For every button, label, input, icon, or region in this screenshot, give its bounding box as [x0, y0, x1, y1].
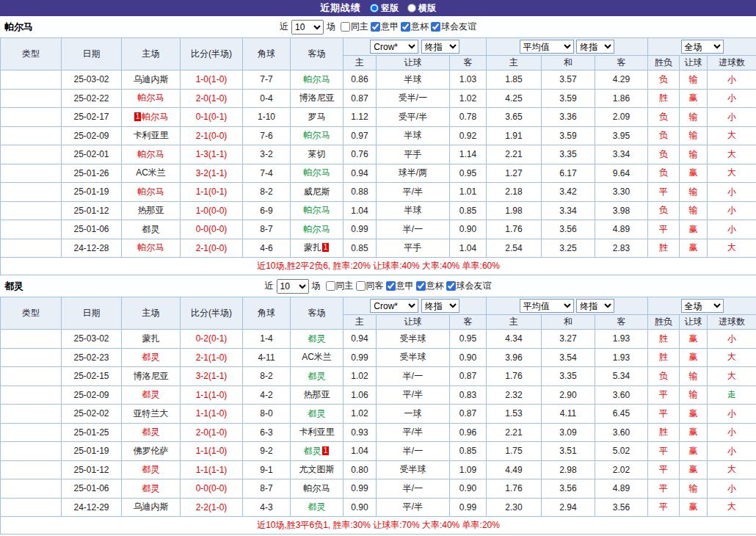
filter-option[interactable]: 意杯 — [401, 21, 429, 33]
bookmaker-odds-time-select[interactable]: 终指 — [421, 299, 459, 313]
team-name[interactable]: 蒙扎 — [304, 242, 321, 253]
average-select[interactable]: 平均值 — [520, 299, 574, 313]
scope-select[interactable]: 全场 — [681, 40, 724, 54]
league-cell[interactable]: 意甲 — [1, 405, 62, 424]
filter-checkbox[interactable] — [446, 281, 456, 291]
team-name[interactable]: 博洛尼亚 — [299, 93, 335, 103]
filter-checkbox[interactable] — [431, 22, 440, 32]
score-cell[interactable]: 2-1(1-0) — [181, 348, 243, 367]
score-cell[interactable]: 1-1(1-0) — [181, 385, 243, 405]
average-odds-time-select[interactable]: 终指 — [576, 40, 614, 54]
team-name[interactable]: 帕尔马 — [304, 167, 330, 178]
league-cell[interactable]: 意甲 — [1, 89, 62, 108]
league-cell[interactable]: 意甲 — [1, 442, 62, 461]
score-cell[interactable]: 2-2(1-0) — [181, 498, 243, 517]
average-select[interactable]: 平均值 — [520, 40, 574, 54]
team-name[interactable]: 卡利亚里 — [134, 130, 169, 140]
score-cell[interactable]: 3-2(1-1) — [181, 164, 243, 183]
filter-option[interactable]: 意甲 — [371, 21, 399, 33]
score-cell[interactable]: 1-1(1-1) — [181, 460, 243, 479]
team-name[interactable]: 乌迪内斯 — [134, 501, 169, 512]
average-odds-time-select[interactable]: 终指 — [576, 299, 614, 313]
score-cell[interactable]: 1-3(1-1) — [181, 145, 243, 164]
filter-option[interactable]: 同主 — [341, 21, 368, 33]
team-name[interactable]: 热那亚 — [304, 389, 330, 399]
team-name[interactable]: 都灵 — [308, 408, 326, 419]
filter-checkbox[interactable] — [356, 281, 366, 291]
team-name[interactable]: 热那亚 — [138, 205, 164, 215]
league-cell[interactable]: 意甲 — [1, 348, 62, 367]
layout-option-horizontal[interactable]: 横版 — [407, 2, 436, 15]
team-name[interactable]: 威尼斯 — [304, 186, 330, 197]
team-name[interactable]: 博洛尼亚 — [134, 371, 169, 381]
filter-option[interactable]: 球会友谊 — [431, 21, 476, 33]
league-cell[interactable]: 意甲 — [1, 479, 62, 499]
team-name[interactable]: 帕尔马 — [138, 149, 164, 159]
league-cell[interactable]: 意甲 — [1, 423, 62, 442]
league-cell[interactable]: 意甲 — [1, 367, 62, 386]
score-cell[interactable]: 2-1(0-0) — [181, 239, 243, 258]
team-name[interactable]: 都灵 — [142, 427, 160, 437]
team-name[interactable]: 尤文图斯 — [299, 464, 335, 474]
league-cell[interactable]: 意甲 — [1, 460, 62, 479]
filter-option[interactable]: 意甲 — [386, 280, 414, 292]
team-name[interactable]: 帕尔马 — [304, 205, 330, 215]
score-cell[interactable]: 3-2(1-1) — [181, 367, 243, 386]
score-cell[interactable]: 2-1(0-0) — [181, 126, 243, 145]
team-name[interactable]: 帕尔马 — [304, 224, 330, 234]
filter-option[interactable]: 意杯 — [416, 280, 444, 292]
league-cell[interactable]: 意甲 — [1, 330, 62, 349]
team-name[interactable]: 帕尔马 — [142, 112, 168, 122]
score-cell[interactable]: 1-1(1-0) — [181, 442, 243, 461]
bookmaker-odds-time-select[interactable]: 终指 — [421, 40, 459, 54]
league-cell[interactable]: 意甲 — [1, 220, 62, 239]
team-name[interactable]: 都灵 — [308, 333, 326, 344]
team-name[interactable]: 都灵 — [308, 501, 326, 512]
team-name[interactable]: 帕尔马 — [138, 93, 164, 103]
team-name[interactable]: 罗马 — [308, 112, 326, 122]
filter-checkbox[interactable] — [416, 281, 426, 291]
score-cell[interactable]: 0-1(0-1) — [181, 108, 243, 127]
league-cell[interactable]: 意甲 — [1, 164, 62, 183]
score-cell[interactable]: 2-0(1-0) — [181, 89, 243, 108]
vertical-layout-radio[interactable] — [370, 4, 379, 12]
score-cell[interactable]: 0-0(0-0) — [181, 479, 243, 499]
filter-checkbox[interactable] — [401, 22, 410, 32]
team-name[interactable]: 都灵 — [142, 483, 160, 493]
league-cell[interactable]: 意甲 — [1, 201, 62, 220]
team-name[interactable]: 帕尔马 — [138, 242, 164, 253]
team-name[interactable]: 佛罗伦萨 — [134, 446, 169, 456]
league-cell[interactable]: 意甲 — [1, 108, 62, 127]
filter-checkbox[interactable] — [326, 281, 335, 291]
score-cell[interactable]: 0-0(0-0) — [181, 220, 243, 239]
team-name[interactable]: 帕尔马 — [304, 130, 330, 140]
team-name[interactable]: 帕尔马 — [304, 483, 330, 493]
filter-checkbox[interactable] — [371, 22, 380, 32]
team-name[interactable]: 都灵 — [142, 352, 160, 362]
layout-option-vertical[interactable]: 竖版 — [370, 2, 399, 15]
team-name[interactable]: 莱切 — [308, 149, 326, 159]
score-cell[interactable]: 0-2(0-1) — [181, 330, 243, 349]
team-name[interactable]: 乌迪内斯 — [134, 74, 169, 84]
bookmaker-select[interactable]: Crow* — [370, 40, 418, 54]
score-cell[interactable]: 1-0(0-0) — [181, 201, 243, 220]
team-name[interactable]: 帕尔马 — [304, 74, 330, 84]
league-cell[interactable]: 意甲 — [1, 385, 62, 405]
team-name[interactable]: 都灵 — [142, 464, 160, 474]
filter-checkbox[interactable] — [341, 22, 350, 32]
team-name[interactable]: 都灵 — [142, 389, 160, 399]
league-cell[interactable]: 意甲 — [1, 239, 62, 258]
league-cell[interactable]: 意甲 — [1, 145, 62, 164]
team-name[interactable]: 都灵 — [308, 371, 326, 381]
bookmaker-select[interactable]: Crow* — [370, 299, 418, 313]
filter-option[interactable]: 同客 — [356, 280, 384, 292]
team-name[interactable]: 蒙扎 — [142, 333, 160, 344]
team-name[interactable]: AC米兰 — [302, 352, 332, 362]
score-cell[interactable]: 1-1(0-1) — [181, 183, 243, 202]
score-cell[interactable]: 1-1(1-0) — [181, 405, 243, 424]
filter-checkbox[interactable] — [386, 281, 396, 291]
league-cell[interactable]: 意甲 — [1, 126, 62, 145]
filter-option[interactable]: 球会友谊 — [446, 280, 492, 292]
league-cell[interactable]: 意甲 — [1, 70, 62, 90]
team-name[interactable]: 卡利亚里 — [299, 427, 335, 437]
